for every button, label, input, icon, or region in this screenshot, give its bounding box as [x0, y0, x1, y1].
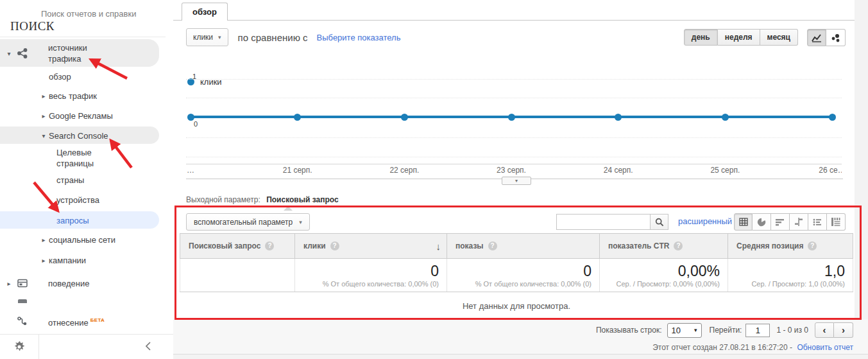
column-header-label: показы — [455, 241, 484, 250]
summary-total: 1,0 — [736, 263, 845, 279]
dimension-value-tab[interactable]: Поисковый запрос — [266, 195, 338, 204]
sidebar-search-input[interactable]: Поиск отчетов и справки — [41, 9, 136, 19]
collapse-sidebar-icon[interactable] — [144, 341, 154, 353]
rows-per-page-select[interactable]: 10 ▾ — [667, 323, 702, 338]
table-view-group — [734, 213, 846, 231]
dimension-caret-icon — [284, 206, 293, 211]
sidebar-item-label: поведение — [48, 278, 89, 289]
table-summary-row: 0 % От общего количества: 0,00% (0) 0 % … — [180, 259, 853, 292]
tab-overview[interactable]: обзор — [182, 3, 228, 21]
percentage-view-icon[interactable] — [753, 213, 771, 231]
advanced-filter-link[interactable]: расширенный — [678, 216, 732, 226]
x-tick-label: 26 се… — [819, 166, 842, 175]
performance-view-icon[interactable] — [771, 213, 790, 231]
dimension-label: Выходной параметр: — [186, 195, 260, 204]
sidebar-item-behavior[interactable]: ▸ поведение — [0, 275, 159, 292]
chevron-right-icon[interactable]: ▸ — [40, 257, 47, 264]
column-header-ctr[interactable]: показатель CTR ? — [600, 234, 728, 258]
chevron-down-icon[interactable]: ▾ — [40, 132, 47, 139]
sidebar-item-campaigns[interactable]: ▸ кампании — [0, 252, 159, 268]
sidebar: Поиск отчетов и справки ПОИСК ▾ источник… — [0, 0, 173, 359]
metric-select-value: клики — [193, 33, 213, 42]
search-icon[interactable] — [651, 214, 668, 230]
sidebar-item-all-traffic[interactable]: ▸ весь трафик — [0, 88, 159, 103]
sidebar-footer — [0, 334, 173, 359]
y-tick-label: 1 — [192, 73, 196, 80]
pivot-view-icon[interactable] — [827, 213, 846, 231]
column-header-clicks[interactable]: клики ? ↓ — [295, 234, 447, 258]
sidebar-item-devices[interactable]: устройства — [0, 192, 159, 207]
term-cloud-view-icon[interactable] — [808, 213, 827, 231]
help-icon[interactable]: ? — [674, 241, 683, 250]
sidebar-item-attribution[interactable]: отнесениеБЕТА — [0, 313, 159, 329]
refresh-report-link[interactable]: Обновить отчет — [797, 343, 853, 352]
table-search-input[interactable] — [556, 214, 651, 230]
sidebar-item-traffic-sources[interactable]: ▾ источники трафика — [0, 39, 159, 67]
beta-badge: БЕТА — [90, 317, 105, 323]
x-tick-label: 22 серп. — [389, 166, 419, 175]
line-chart-icon[interactable] — [807, 29, 826, 46]
x-tick-label: 23 серп. — [497, 166, 526, 175]
chevron-right-icon[interactable]: ▸ — [40, 112, 47, 119]
y-tick-label: 0 — [194, 120, 198, 128]
pagination-range: 1 - 0 из 0 — [776, 326, 808, 335]
column-header-query[interactable]: Поисковый запрос ? — [180, 234, 295, 258]
chevron-right-icon[interactable]: ▸ — [40, 236, 47, 243]
summary-total: 0,00% — [608, 263, 720, 279]
metric-select[interactable]: клики ▾ — [186, 28, 228, 46]
chart-point[interactable] — [401, 114, 408, 121]
sidebar-item-partial-conversions — [17, 295, 28, 303]
table-view-icon[interactable] — [734, 213, 753, 231]
chevron-down-icon[interactable]: ▾ — [5, 49, 13, 57]
prev-page-icon[interactable]: ‹ — [815, 322, 834, 338]
sidebar-item-label: страны — [56, 175, 84, 186]
attribution-icon — [17, 315, 28, 327]
sidebar-item-search-console[interactable]: ▾ Search Console — [0, 127, 159, 144]
column-header-avg-position[interactable]: Средняя позиция ? — [728, 234, 853, 258]
pagination-buttons: ‹ › — [815, 322, 853, 338]
summary-cell-clicks: 0 % От общего количества: 0,00% (0) — [295, 259, 447, 292]
chart-point[interactable] — [829, 114, 836, 121]
chevron-down-icon: ▾ — [218, 34, 221, 40]
sidebar-item-google-ads[interactable]: ▸ Google Рекламы — [0, 108, 159, 123]
ga-app: Поиск отчетов и справки ПОИСК ▾ источник… — [0, 0, 868, 359]
granularity-week-button[interactable]: неделя — [718, 29, 760, 46]
help-icon[interactable]: ? — [808, 241, 817, 250]
table-toolbar: вспомогательный параметр ▾ расширенный — [173, 212, 855, 232]
sidebar-item-countries[interactable]: страны — [0, 172, 159, 188]
sidebar-item-overview[interactable]: обзор — [0, 69, 159, 84]
summary-cell-impressions: 0 % От общего количества: 0,00% (0) — [447, 259, 600, 292]
chart-point[interactable] — [508, 114, 515, 121]
pagination: Показывать строк: 10 ▾ Перейти: 1 - 0 из… — [596, 322, 853, 338]
next-page-icon[interactable]: › — [834, 322, 853, 338]
sidebar-item-landing-pages[interactable]: Целевые страницы — [0, 145, 159, 171]
gridline — [186, 79, 842, 80]
secondary-dimension-button[interactable]: вспомогательный параметр ▾ — [186, 213, 310, 231]
help-icon[interactable]: ? — [265, 241, 274, 250]
sidebar-item-label: весь трафик — [49, 91, 97, 101]
chart-point[interactable] — [722, 114, 729, 121]
gear-icon[interactable] — [13, 340, 26, 353]
goto-page-input[interactable] — [745, 324, 770, 337]
granularity-day-button[interactable]: день — [684, 29, 718, 46]
sidebar-item-queries[interactable]: запросы — [0, 211, 159, 229]
choose-metric-link[interactable]: Выберите показатель — [317, 33, 401, 42]
motion-chart-icon[interactable] — [826, 29, 846, 46]
chart-point[interactable] — [615, 114, 622, 121]
summary-cell-query — [180, 259, 295, 292]
summary-total: 0 — [303, 263, 439, 279]
sidebar-item-label: социальные сети — [49, 234, 115, 245]
timeline-slider-handle[interactable]: ▾ — [502, 177, 531, 185]
sidebar-item-social[interactable]: ▸ социальные сети — [0, 232, 159, 247]
granularity-month-button[interactable]: месяц — [760, 29, 798, 46]
chevron-right-icon[interactable]: ▸ — [40, 92, 47, 100]
chart-point[interactable] — [294, 114, 301, 121]
comparison-view-icon[interactable] — [790, 213, 808, 231]
chevron-right-icon[interactable]: ▸ — [5, 280, 13, 287]
sidebar-item-label: устройства — [56, 195, 99, 206]
help-icon[interactable]: ? — [488, 241, 497, 250]
column-header-impressions[interactable]: показы ? — [447, 234, 600, 258]
help-icon[interactable]: ? — [330, 241, 339, 250]
chart-point[interactable] — [187, 114, 194, 121]
gridline — [186, 157, 842, 157]
